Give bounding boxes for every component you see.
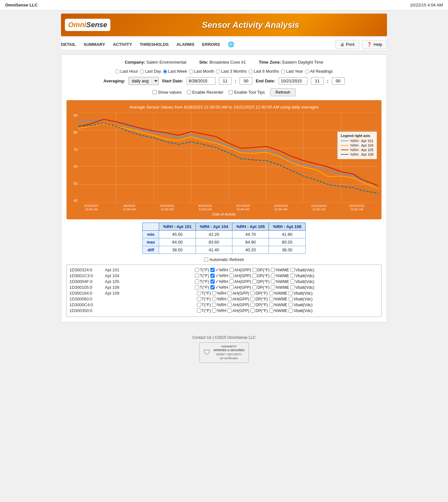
globe-icon[interactable]: 🌐 bbox=[228, 41, 234, 47]
sensor-6-tf[interactable]: T(°F) bbox=[197, 297, 211, 301]
radio-all-readings[interactable]: All Readings bbox=[305, 69, 333, 74]
sensor-7-dp[interactable]: DP(°F) bbox=[250, 303, 268, 307]
sensor-8-tf[interactable]: T(°F) bbox=[197, 309, 211, 313]
sensor-2-rh[interactable]: ✓%RH bbox=[210, 273, 228, 278]
sensor-5-ah[interactable]: AH(GPP) bbox=[228, 291, 249, 296]
sensor-5-rh[interactable]: %RH bbox=[212, 291, 226, 296]
sensor-2-tf[interactable]: T(°F) bbox=[195, 274, 209, 278]
help-button[interactable]: ❓ Help bbox=[362, 40, 387, 49]
sensor-1-wme[interactable]: %WME bbox=[271, 268, 289, 272]
sensor-3-vbatt[interactable]: Vbatt(Vdc) bbox=[290, 279, 314, 284]
sensor-4-vbatt[interactable]: Vbatt(Vdc) bbox=[290, 285, 314, 290]
max-105: 84.90 bbox=[232, 238, 269, 246]
auto-refresh-row: Automatic Refresh bbox=[66, 257, 382, 262]
sensor-7-ah[interactable]: AH(GPP) bbox=[228, 303, 249, 307]
sensor-7-wme[interactable]: %WME bbox=[269, 303, 288, 307]
radio-last-6months[interactable]: Last 6 Months bbox=[249, 69, 279, 74]
sensor-4-ah[interactable]: AH(GPP) bbox=[229, 285, 251, 290]
company-info: Company: Salem Environmental bbox=[125, 60, 186, 65]
nav-errors[interactable]: ERRORS bbox=[202, 42, 220, 47]
end-minute-input[interactable] bbox=[332, 77, 345, 85]
enable-tooltips-check[interactable]: Enable Tool Tips bbox=[229, 90, 265, 95]
radio-last-day[interactable]: Last Day bbox=[140, 69, 161, 74]
sensor-1-dp[interactable]: DP(°F) bbox=[252, 268, 270, 272]
sensor-list: 1D300324:0 Apt 101 T(°F) ✓%RH AH(GPP) DP… bbox=[66, 265, 382, 317]
averaging-select[interactable]: daily avg hourly avg raw bbox=[128, 77, 159, 85]
sensor-6-wme[interactable]: %WME bbox=[269, 297, 288, 301]
sensor-3-ah[interactable]: AH(GPP) bbox=[229, 279, 251, 284]
legend-line-105 bbox=[341, 150, 349, 150]
site-info: Site: Broadview Cove #1 bbox=[199, 60, 246, 65]
timezone-value: Eastern Daylight Time bbox=[282, 60, 323, 65]
sensor-8-rh[interactable]: %RH bbox=[212, 309, 226, 313]
sensor-1-rh[interactable]: ✓%RH bbox=[210, 267, 228, 272]
sensor-1-vbatt[interactable]: Vbatt(Vdc) bbox=[290, 268, 314, 272]
sensor-id-6: 1D300060:0 bbox=[69, 297, 105, 301]
radio-last-week[interactable]: Last Week bbox=[163, 69, 187, 74]
sensor-6-vbatt[interactable]: Vbatt(Vdc) bbox=[289, 297, 312, 301]
nav-detail[interactable]: DETAIL bbox=[61, 42, 76, 47]
sensor-8-dp[interactable]: DP(°F) bbox=[250, 309, 268, 313]
sensor-2-ah[interactable]: AH(GPP) bbox=[229, 274, 251, 278]
sensor-8-wme[interactable]: %WME bbox=[269, 309, 288, 313]
start-date-input[interactable] bbox=[187, 77, 216, 85]
radio-last-3months[interactable]: Last 3 Months bbox=[216, 69, 247, 74]
sensor-1-tf[interactable]: T(°F) bbox=[195, 268, 209, 272]
sensor-3-wme[interactable]: %WME bbox=[271, 279, 289, 284]
auto-refresh-checkbox[interactable] bbox=[204, 257, 208, 262]
legend-box: Legend right axis %RH : Apt 101 %RH : Ap… bbox=[337, 131, 377, 159]
sensor-4-dp[interactable]: DP(°F) bbox=[252, 285, 270, 290]
sensor-8-ah[interactable]: AH(GPP) bbox=[228, 309, 249, 313]
sensor-id-5: 1D300184:0 bbox=[69, 291, 105, 296]
company-value: Salem Environmental bbox=[147, 60, 187, 65]
radio-last-month[interactable]: Last Month bbox=[189, 69, 214, 74]
sensor-3-tf[interactable]: T(°F) bbox=[195, 279, 209, 284]
start-hour-input[interactable] bbox=[219, 77, 232, 85]
datetime: 10/22/15 4:04 AM bbox=[410, 3, 443, 7]
show-values-check[interactable]: Show values bbox=[152, 90, 182, 95]
legend-item-105: %RH : Apt 105 bbox=[341, 148, 373, 152]
stats-table: %RH : Apt 101 %RH : Apt 104 %RH : Apt 10… bbox=[142, 223, 306, 254]
end-date-input[interactable] bbox=[279, 77, 308, 85]
print-button[interactable]: 🖨 Print bbox=[335, 40, 360, 49]
radio-last-year[interactable]: Last Year bbox=[281, 69, 303, 74]
sensor-2-wme[interactable]: %WME bbox=[271, 274, 289, 278]
sensor-5-dp[interactable]: DP(°F) bbox=[250, 291, 268, 296]
legend-item-101: %RH : Apt 101 bbox=[341, 139, 373, 143]
nav-activity[interactable]: ACTIVITY bbox=[113, 42, 132, 47]
top-bar: OmniSense LLC 10/22/15 4:04 AM bbox=[0, 0, 448, 10]
radio-last-hour[interactable]: Last Hour bbox=[115, 69, 138, 74]
chart-svg bbox=[79, 112, 378, 203]
nav-summary[interactable]: SUMMARY bbox=[84, 42, 105, 47]
contact-link[interactable]: Contact Us bbox=[192, 335, 211, 340]
stats-col-108: %RH : Apt 108 bbox=[269, 223, 305, 231]
sensor-8-vbatt[interactable]: Vbatt(Vdc) bbox=[289, 309, 312, 313]
averaging-label: Averaging: bbox=[103, 78, 125, 83]
sensor-3-dp[interactable]: DP(°F) bbox=[252, 279, 270, 284]
sensor-3-rh[interactable]: ✓%RH bbox=[210, 279, 228, 284]
sensor-4-wme[interactable]: %WME bbox=[271, 285, 289, 290]
sensor-6-dp[interactable]: DP(°F) bbox=[250, 297, 268, 301]
sensor-6-rh[interactable]: %RH bbox=[212, 297, 226, 301]
chart-container: Average Sensor Values from 8/28/2015 11:… bbox=[66, 100, 382, 219]
enable-recenter-check[interactable]: Enable Recenter bbox=[187, 90, 224, 95]
sensor-2-dp[interactable]: DP(°F) bbox=[252, 274, 270, 278]
end-hour-input[interactable] bbox=[311, 77, 324, 85]
nav-thresholds[interactable]: THRESHOLDS bbox=[140, 42, 169, 47]
sensor-1-ah[interactable]: AH(GPP) bbox=[229, 268, 251, 272]
sensor-2-vbatt[interactable]: Vbatt(Vdc) bbox=[290, 274, 314, 278]
refresh-button[interactable]: Refresh bbox=[270, 88, 296, 96]
sensor-4-rh[interactable]: ✓%RH bbox=[210, 285, 228, 290]
nav-alarms[interactable]: ALARMS bbox=[176, 42, 194, 47]
sensor-6-ah[interactable]: AH(GPP) bbox=[228, 297, 249, 301]
sensor-7-tf[interactable]: T(°F) bbox=[197, 303, 211, 307]
auto-refresh-check[interactable]: Automatic Refresh bbox=[204, 257, 244, 262]
sensor-4-tf[interactable]: T(°F) bbox=[195, 285, 209, 290]
sensor-7-vbatt[interactable]: Vbatt(Vdc) bbox=[289, 303, 312, 307]
sensor-5-wme[interactable]: %WME bbox=[269, 291, 288, 296]
sensor-5-vbatt[interactable]: Vbatt(Vdc) bbox=[289, 291, 312, 296]
max-label: max bbox=[143, 238, 159, 246]
start-minute-input[interactable] bbox=[239, 77, 252, 85]
sensor-5-tf[interactable]: T(°F) bbox=[197, 291, 211, 296]
sensor-7-rh[interactable]: %RH bbox=[212, 303, 226, 307]
